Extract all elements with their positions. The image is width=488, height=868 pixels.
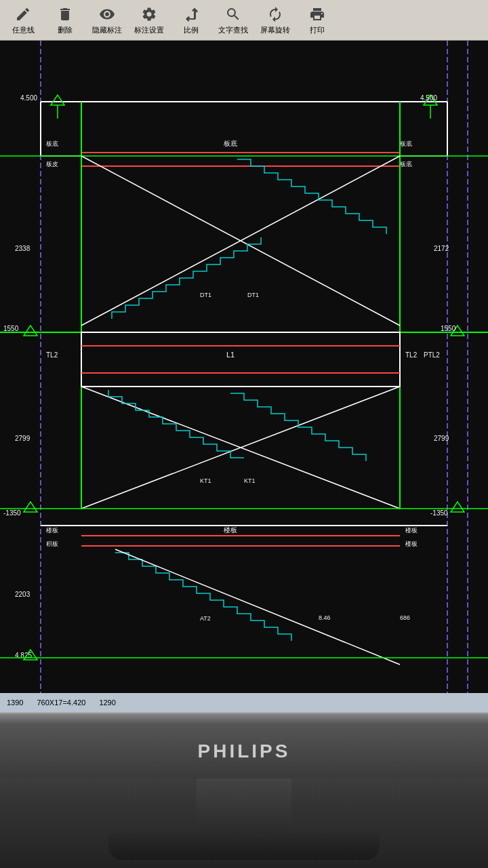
svg-text:AT2: AT2 xyxy=(200,615,211,622)
svg-text:TL2: TL2 xyxy=(405,351,418,359)
svg-text:积板: 积板 xyxy=(46,540,58,547)
toolbar-item-find[interactable]: 文字查找 xyxy=(213,3,253,37)
toolbar: 任意线 删除 隐藏标注 标注设置 比例 文字查找 屏幕旋转 xyxy=(0,0,488,41)
settings-icon xyxy=(140,5,159,24)
find-icon xyxy=(224,5,243,24)
svg-text:8.46: 8.46 xyxy=(319,614,331,621)
svg-text:686: 686 xyxy=(400,614,410,621)
toolbar-item-delete[interactable]: 删除 xyxy=(45,3,85,37)
svg-text:板皮: 板皮 xyxy=(45,161,58,167)
toolbar-item-settings[interactable]: 标注设置 xyxy=(129,3,169,37)
rotate-icon xyxy=(266,5,285,24)
monitor-stand-top xyxy=(0,712,488,724)
svg-text:板底: 板底 xyxy=(45,140,58,147)
status-coord2: 1290 xyxy=(99,698,115,707)
svg-text:-1350: -1350 xyxy=(3,509,21,517)
monitor-stand xyxy=(197,778,291,833)
svg-text:楼板: 楼板 xyxy=(405,527,418,534)
toolbar-label-settings: 标注设置 xyxy=(134,25,164,35)
svg-text:KT1: KT1 xyxy=(200,477,211,484)
toolbar-label-rotate: 屏幕旋转 xyxy=(260,25,290,35)
svg-text:4.500: 4.500 xyxy=(420,94,437,102)
svg-text:-1350: -1350 xyxy=(430,509,448,517)
monitor-brand: PHILIPS xyxy=(198,741,291,762)
print-icon xyxy=(308,5,327,24)
svg-text:TL2: TL2 xyxy=(46,351,58,359)
svg-text:2799: 2799 xyxy=(15,435,30,442)
delete-icon xyxy=(56,5,75,24)
svg-rect-0 xyxy=(0,41,488,712)
svg-text:板底: 板底 xyxy=(223,140,237,147)
toolbar-item-print[interactable]: 打印 xyxy=(297,3,338,37)
hide-icon xyxy=(98,5,117,24)
svg-text:2338: 2338 xyxy=(15,245,30,252)
svg-text:KT1: KT1 xyxy=(244,477,256,484)
svg-text:2203: 2203 xyxy=(15,591,30,598)
monitor-body: PHILIPS xyxy=(0,712,488,868)
svg-text:DT1: DT1 xyxy=(247,292,259,298)
toolbar-item-pencil[interactable]: 任意线 xyxy=(3,3,43,37)
scale-icon xyxy=(182,5,201,24)
monitor-base xyxy=(108,833,380,860)
svg-text:楼板: 楼板 xyxy=(46,527,58,534)
toolbar-label-find: 文字查找 xyxy=(218,25,248,35)
svg-text:PTL2: PTL2 xyxy=(424,351,440,359)
toolbar-item-rotate[interactable]: 屏幕旋转 xyxy=(255,3,296,37)
pencil-icon xyxy=(14,5,33,24)
monitor-brand-area: PHILIPS xyxy=(0,724,488,778)
svg-text:2799: 2799 xyxy=(434,435,449,442)
toolbar-label-hide: 隐藏标注 xyxy=(92,25,122,35)
status-dimension: 760X17=4.420 xyxy=(37,698,85,707)
svg-text:DT1: DT1 xyxy=(200,292,211,298)
svg-text:4.500: 4.500 xyxy=(20,94,37,102)
svg-text:板底: 板底 xyxy=(399,161,412,167)
status-coord1: 1390 xyxy=(7,698,23,707)
svg-text:板底: 板底 xyxy=(399,140,412,147)
status-bar: 1390 760X17=4.420 1290 xyxy=(0,693,488,712)
cad-canvas[interactable]: 4.500 4.500 板底 板皮 板底 板底 板底 1550 1550 xyxy=(0,41,488,712)
svg-text:L1: L1 xyxy=(226,351,235,359)
toolbar-label-pencil: 任意线 xyxy=(12,25,35,35)
toolbar-item-scale[interactable]: 比例 xyxy=(171,3,211,37)
svg-text:楼板: 楼板 xyxy=(224,526,237,534)
svg-text:1550: 1550 xyxy=(3,325,19,332)
toolbar-label-scale: 比例 xyxy=(184,25,199,35)
monitor-area: 4.500 4.500 板底 板皮 板底 板底 板底 1550 1550 xyxy=(0,41,488,868)
svg-text:1550: 1550 xyxy=(441,325,456,332)
toolbar-label-delete: 删除 xyxy=(58,25,73,35)
svg-text:2172: 2172 xyxy=(434,245,449,252)
svg-text:楼板: 楼板 xyxy=(405,540,418,547)
toolbar-item-hide[interactable]: 隐藏标注 xyxy=(87,3,127,37)
toolbar-label-print: 打印 xyxy=(310,25,325,35)
